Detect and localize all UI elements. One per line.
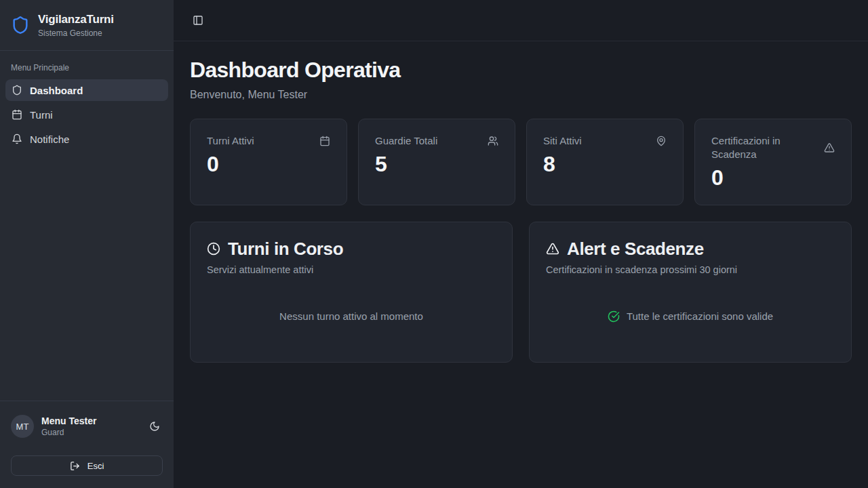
panel-title-row: Turni in Corso: [207, 239, 496, 260]
sidebar-toggle-button[interactable]: [190, 12, 206, 28]
users-icon: [488, 136, 498, 146]
stat-card-guardie-totali: Guardie Totali 5: [358, 119, 515, 205]
sidebar-spacer: [0, 150, 174, 401]
app-title: VigilanzaTurni: [38, 13, 114, 26]
app-header: VigilanzaTurni Sistema Gestione: [0, 0, 174, 51]
stat-card-header: Guardie Totali: [375, 134, 498, 148]
alert-triangle-icon: [546, 242, 559, 256]
panel-title: Alert e Scadenze: [567, 239, 704, 260]
stat-card-header: Certificazioni in Scadenza: [711, 134, 835, 161]
avatar: MT: [11, 415, 34, 438]
stat-value: 5: [375, 152, 498, 177]
topbar: [174, 0, 868, 41]
sidebar: VigilanzaTurni Sistema Gestione Menu Pri…: [0, 0, 174, 488]
stat-card-header: Siti Attivi: [543, 134, 667, 148]
user-meta: Menu Tester Guard: [41, 415, 139, 437]
panel-subtitle: Servizi attualmente attivi: [207, 264, 496, 275]
empty-state-text: Tutte le certificazioni sono valide: [627, 310, 773, 322]
moon-icon: [149, 421, 160, 432]
panels-grid: Turni in Corso Servizi attualmente attiv…: [190, 222, 852, 363]
app-subtitle: Sistema Gestione: [38, 28, 114, 38]
theme-toggle-button[interactable]: [146, 418, 163, 434]
panel-turni-in-corso: Turni in Corso Servizi attualmente attiv…: [190, 222, 513, 363]
circle-check-icon: [608, 310, 620, 323]
map-pin-icon: [656, 136, 667, 146]
clock-icon: [207, 242, 220, 256]
panel-left-icon: [193, 15, 203, 26]
panel-subtitle: Certificazioni in scadenza prossimi 30 g…: [546, 264, 835, 275]
stat-label: Guardie Totali: [375, 134, 437, 148]
sidebar-item-label: Dashboard: [30, 85, 83, 96]
sidebar-item-label: Turni: [30, 109, 53, 121]
stat-card-turni-attivi: Turni Attivi 0: [190, 119, 347, 205]
panel-title-row: Alert e Scadenze: [546, 239, 835, 260]
stat-card-certificazioni: Certificazioni in Scadenza 0: [694, 119, 852, 205]
app-titles: VigilanzaTurni Sistema Gestione: [38, 13, 114, 38]
alert-triangle-icon: [824, 142, 835, 153]
stat-value: 0: [711, 165, 835, 190]
page-content: Dashboard Operativa Benvenuto, Menu Test…: [174, 41, 868, 379]
user-role: Guard: [41, 428, 139, 437]
bell-icon: [12, 134, 22, 144]
logout-icon: [70, 461, 80, 471]
logout-label: Esci: [87, 461, 104, 471]
empty-state: Nessun turno attivo al momento: [207, 275, 496, 346]
stat-label: Turni Attivi: [207, 134, 254, 148]
page-title: Dashboard Operativa: [190, 58, 852, 83]
stat-label: Certificazioni in Scadenza: [711, 134, 817, 161]
calendar-icon: [319, 136, 330, 146]
calendar-icon: [12, 109, 22, 120]
shield-logo-icon: [11, 16, 30, 35]
welcome-text: Benvenuto, Menu Tester: [190, 89, 852, 101]
user-row: MT Menu Tester Guard: [11, 415, 163, 438]
panel-title: Turni in Corso: [228, 239, 343, 260]
sidebar-nav: Dashboard Turni Notifiche: [0, 79, 174, 150]
user-name: Menu Tester: [41, 415, 139, 426]
sidebar-item-dashboard[interactable]: Dashboard: [5, 79, 168, 101]
sidebar-footer: MT Menu Tester Guard Esci: [0, 401, 174, 488]
empty-state-text: Nessun turno attivo al momento: [279, 310, 423, 322]
logout-button[interactable]: Esci: [11, 455, 163, 476]
stats-grid: Turni Attivi 0 Guardie Totali 5: [190, 119, 852, 205]
stat-card-header: Turni Attivi: [207, 134, 330, 148]
stat-value: 8: [543, 152, 667, 177]
shield-icon: [12, 85, 22, 96]
stat-value: 0: [207, 152, 330, 177]
sidebar-item-turni[interactable]: Turni: [5, 104, 168, 125]
main-area: Dashboard Operativa Benvenuto, Menu Test…: [174, 0, 868, 488]
stat-label: Siti Attivi: [543, 134, 582, 148]
empty-state: Tutte le certificazioni sono valide: [546, 275, 835, 346]
sidebar-item-label: Notifiche: [30, 134, 69, 145]
menu-section-label: Menu Principale: [0, 51, 174, 79]
panel-alert-scadenze: Alert e Scadenze Certificazioni in scade…: [529, 222, 852, 363]
stat-card-siti-attivi: Siti Attivi 8: [526, 119, 684, 205]
sidebar-item-notifiche[interactable]: Notifiche: [5, 128, 168, 150]
